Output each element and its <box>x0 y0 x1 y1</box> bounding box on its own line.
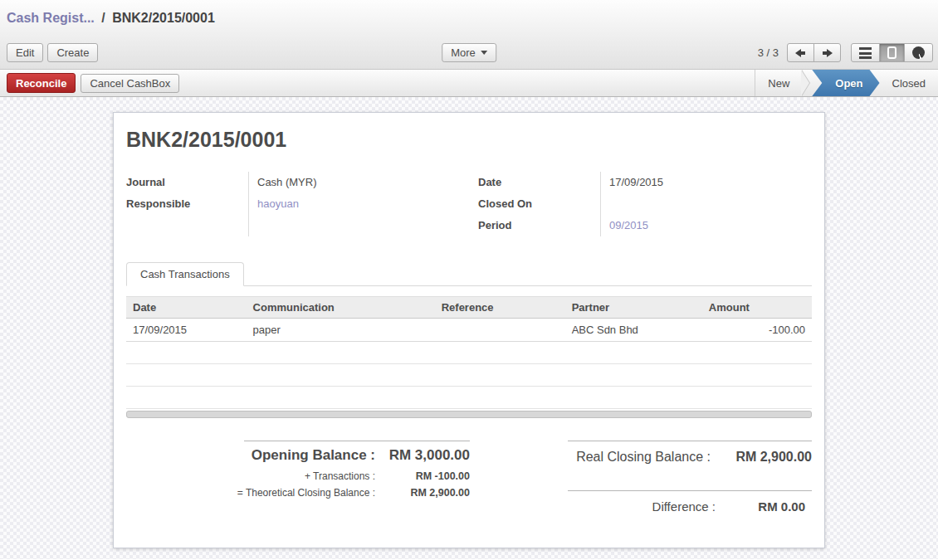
create-button[interactable]: Create <box>47 43 98 62</box>
journal-value: Cash (MYR) <box>257 172 460 193</box>
table-row-empty <box>126 364 812 387</box>
state-pipeline: New Open Closed <box>755 70 938 96</box>
real-balance-block: Real Closing Balance : RM 2,900.00 Diffe… <box>568 441 812 514</box>
list-view-icon <box>859 47 872 59</box>
state-new[interactable]: New <box>755 70 802 96</box>
theoretical-closing-label: = Theoretical Closing Balance : <box>126 487 375 499</box>
field-values-right: 17/09/2015 09/2015 <box>601 172 812 236</box>
field-group-right: Date Closed On Period 17/09/2015 09/2015 <box>478 172 812 236</box>
responsible-label: Responsible <box>126 193 248 215</box>
balance-summary: Opening Balance : RM 3,000.00 + Transact… <box>126 441 812 514</box>
real-closing-balance-label: Real Closing Balance : <box>568 450 711 465</box>
pager-buttons <box>787 43 841 62</box>
period-label: Period <box>478 215 600 236</box>
date-value: 17/09/2015 <box>609 172 812 193</box>
divider <box>244 441 470 441</box>
toolbar: Edit Create More 3 / 3 <box>0 37 938 69</box>
list-view-button[interactable] <box>851 43 880 62</box>
column-header-reference[interactable]: Reference <box>435 297 565 319</box>
more-label: More <box>451 46 476 59</box>
breadcrumb-current: BNK2/2015/0001 <box>112 11 215 25</box>
graph-view-icon <box>912 46 925 59</box>
edit-button[interactable]: Edit <box>7 43 43 62</box>
caret-down-icon <box>481 51 487 55</box>
theoretical-closing-value: RM 2,900.00 <box>375 487 470 499</box>
difference-label: Difference : <box>568 499 719 514</box>
reconcile-button[interactable]: Reconcile <box>7 73 76 93</box>
view-switcher <box>851 43 933 62</box>
transactions-value: RM -100.00 <box>375 470 470 482</box>
date-label: Date <box>478 172 600 193</box>
state-open[interactable]: Open <box>812 70 879 96</box>
form-view-button[interactable] <box>879 43 905 62</box>
arrow-left-icon <box>795 49 806 57</box>
difference-value: RM 0.00 <box>719 499 812 514</box>
form-sheet: BNK2/2015/0001 Journal Responsible Cash … <box>113 112 825 548</box>
breadcrumb-parent-link[interactable]: Cash Regist... <box>7 11 95 25</box>
table-row[interactable]: 17/09/2015 paper ABC Sdn Bhd -100.00 <box>126 319 812 342</box>
divider <box>568 441 812 441</box>
field-group-left: Journal Responsible Cash (MYR) haoyuan <box>126 172 460 236</box>
view-manager-header: Cash Regist... / BNK2/2015/0001 Edit Cre… <box>0 0 938 70</box>
tab-bar: Cash Transactions <box>126 261 812 286</box>
column-header-communication[interactable]: Communication <box>247 297 435 319</box>
journal-label: Journal <box>126 172 248 193</box>
opening-balance-value: RM 3,000.00 <box>375 447 470 464</box>
cell-amount: -100.00 <box>702 319 812 342</box>
arrow-right-icon <box>822 49 833 57</box>
cash-transactions-table: Date Communication Reference Partner Amo… <box>126 296 812 409</box>
record-title: BNK2/2015/0001 <box>126 128 812 152</box>
column-header-date[interactable]: Date <box>126 297 247 319</box>
pager-previous-button[interactable] <box>787 43 814 62</box>
real-closing-balance-value: RM 2,900.00 <box>711 450 812 465</box>
theoretical-balance-block: Opening Balance : RM 3,000.00 + Transact… <box>126 441 470 514</box>
table-row-empty <box>126 387 812 409</box>
form-view-background: BNK2/2015/0001 Journal Responsible Cash … <box>0 97 938 559</box>
pager-counter: 3 / 3 <box>758 46 779 59</box>
field-groups: Journal Responsible Cash (MYR) haoyuan D… <box>126 172 812 236</box>
pager-next-button[interactable] <box>813 43 841 62</box>
field-labels-left: Journal Responsible <box>126 172 249 236</box>
cell-communication: paper <box>247 319 435 342</box>
opening-balance-label: Opening Balance : <box>126 447 375 464</box>
closed-on-value <box>609 193 812 215</box>
tab-cash-transactions[interactable]: Cash Transactions <box>126 262 244 286</box>
state-closed[interactable]: Closed <box>880 70 938 96</box>
table-header-row: Date Communication Reference Partner Amo… <box>126 297 812 319</box>
responsible-value-link[interactable]: haoyuan <box>257 193 460 215</box>
field-labels-right: Date Closed On Period <box>478 172 601 236</box>
period-value-link[interactable]: 09/2015 <box>609 215 812 236</box>
breadcrumb: Cash Regist... / BNK2/2015/0001 <box>0 0 938 37</box>
more-dropdown-button[interactable]: More <box>442 43 496 62</box>
closed-on-label: Closed On <box>478 193 600 215</box>
divider <box>568 490 812 491</box>
transactions-label: + Transactions : <box>126 470 375 482</box>
graph-view-button[interactable] <box>904 43 933 62</box>
notebook: Cash Transactions Date Communication Ref… <box>126 261 812 418</box>
column-header-amount[interactable]: Amount <box>702 297 812 319</box>
chevron-separator-icon <box>802 70 810 96</box>
table-row-empty <box>126 342 812 364</box>
horizontal-scrollbar[interactable] <box>126 411 812 418</box>
cell-date: 17/09/2015 <box>126 319 247 342</box>
cell-partner: ABC Sdn Bhd <box>565 319 702 342</box>
column-header-partner[interactable]: Partner <box>565 297 702 319</box>
form-statusbar: Reconcile Cancel CashBox New Open Closed <box>0 70 938 97</box>
form-view-icon <box>887 46 896 59</box>
cancel-cashbox-button[interactable]: Cancel CashBox <box>81 74 179 93</box>
field-values-left: Cash (MYR) haoyuan <box>249 172 460 236</box>
cell-reference <box>435 319 565 342</box>
breadcrumb-separator: / <box>98 11 108 25</box>
